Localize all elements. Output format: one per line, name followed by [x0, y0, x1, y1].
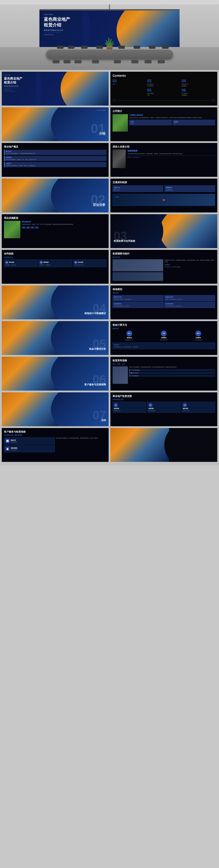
- stat-1: 10+ 年经验: [129, 120, 172, 125]
- spokesperson-body: 演讲人负责介绍商业地产的各项情况，包括物业概况、租赁政策、合同条款等详细内容说明…: [128, 153, 215, 155]
- cnt-num-2: 02: [147, 79, 181, 83]
- slide-rental-period: 租赁期限与租约 政策与条款 租赁期限一般为1-5年，可根据双方协商确定。租约内容…: [110, 250, 217, 284]
- traffic-map-area: 位置图示: [113, 194, 215, 206]
- slide-rc-inner: 租金计算方法 租金标准 01 基础租金 按建筑面积计算 02 管理费用 按实际面…: [110, 321, 217, 355]
- spokesperson-title: 演讲人负责介绍: [113, 145, 215, 148]
- venue-subtitle: 规划方案: [113, 292, 215, 294]
- cnt-num-6: 06: [182, 88, 215, 93]
- screen-main-title: 蓝色商业地产租赁介绍: [44, 17, 70, 28]
- map-marker: [163, 199, 165, 201]
- slide-ca-inner: 商业地产租赁优势 租赁效果及五种 01 地理优势 优越地段位置 02 品牌优势 …: [110, 392, 217, 426]
- slide-row-4: 02 区位分析 交通便利程度 交通工具 地铁、公交: [2, 179, 217, 213]
- rp-policy-title: 优惠政策: [164, 264, 215, 266]
- slide-section-01-inner: 01 介绍 商业地产租赁服务: [2, 107, 109, 141]
- biz-item-3-title: 主要客户: [6, 163, 105, 165]
- slide-commercial-adv: 商业地产租赁优势 租赁效果及五种 01 地理优势 优越地段位置 02 品牌优势 …: [110, 392, 217, 426]
- cf-icons: 📊 数据分析 定期数据报告 📋 满意度调查 持续改进服务: [4, 437, 55, 452]
- contents-item-2: 02 参与者简介及经营情况: [147, 79, 181, 87]
- rci-1-title: 基础租金: [113, 337, 146, 339]
- traffic-item-2-title: 商圈距离: [166, 187, 214, 189]
- contents-row-indicators: 01 03: [113, 98, 215, 102]
- stat-1-label: 年经验: [131, 123, 170, 124]
- rp-subtitle: 政策与条款: [113, 256, 215, 258]
- slide-cf-inner: 客户服务与租赁指南 信息服务与客户满意度调查 📊 数据分析 定期数据报告 📋: [2, 428, 109, 462]
- vi-3-desc: 完善的基础设施配置，开箱即用: [114, 305, 163, 307]
- vi-4-desc: 符合消防安全规范，确保运营安全: [165, 305, 214, 307]
- chair-3: [75, 60, 81, 63]
- biz-item-1-title: 商业地产: [6, 150, 105, 153]
- slide-row-8: 05 租金与费用分析 租金计算方法 租金标准 01 基础租金 按建筑面积计算 0…: [2, 321, 217, 355]
- cf-icon-1: 📊 数据分析 定期数据报告: [4, 437, 55, 444]
- slide-row-10: 07 总结 商业地产租赁优势 租赁效果及五种 01 地理优势 优越地段位置 02: [2, 392, 217, 426]
- vi-2-desc: 按照统一装修标准执行，保证品质: [165, 299, 214, 300]
- slide-row-5: 周边设施配套 周边设施分析 周边配套设施完善，包括商业、餐饮、交通、医疗等各类设…: [2, 214, 217, 248]
- plant-leaves: [105, 35, 114, 46]
- supporting-subtitle: 周边设施分析: [22, 221, 106, 223]
- ci-1-header: 01 基本条款: [5, 261, 36, 264]
- plant-pot: [106, 46, 113, 50]
- rp-content: 租赁期限一般为1-5年，可根据双方协商确定。租约内容包括租金、押金、使用条件等详…: [113, 259, 215, 281]
- rci-1-circle: 01: [127, 331, 132, 336]
- biz-item-2: 租赁服务 提供全方位租赁服务，包括选址、设计、装修、运营等各个环节: [4, 156, 106, 161]
- traffic-map: 位置图示: [113, 194, 215, 206]
- slide-sec02-inner: 02 区位分析: [2, 179, 109, 213]
- ca-desc-2: 知名品牌背书: [148, 410, 180, 411]
- slide-spokesperson-inner: 演讲人负责介绍 贸易和股票 演讲人负责介绍商业地产的各项情况，包括物业概况、租赁…: [110, 143, 217, 177]
- cf-icon-2-desc: 持续改进服务: [11, 449, 17, 451]
- slide-section-02: 02 区位分析: [2, 179, 109, 213]
- spokesperson-info: 贸易和股票 演讲人负责介绍商业地产的各项情况，包括物业概况、租赁政策、合同条款等…: [128, 150, 215, 168]
- company-text-area: 公司概况与发展历程 公司简介文字内容，介绍公司的基本情况、发展历史、主要业务方向…: [129, 114, 215, 132]
- sec05-text: 05 租金与费用分析: [89, 338, 106, 351]
- biz-item-3-desc: 主要服务于各类商业企业，包括零售、餐饮、办公等多种业态: [6, 165, 105, 166]
- rci-3-circle: 03: [196, 331, 201, 336]
- supporting-tags: 商业 餐饮 交通 医疗: [22, 226, 106, 229]
- venue-item-2: 装修标准说明 按照统一装修标准执行，保证品质: [164, 295, 215, 301]
- contents-bottom: 01 03: [113, 98, 215, 102]
- ci-1-num: 01: [5, 261, 8, 264]
- venue-item-4: 安全消防要求 符合消防安全规范，确保运营安全: [164, 302, 215, 308]
- contract-item-1: 01 基本条款 租赁期限、租金标准等: [4, 259, 37, 267]
- chair-b3: [81, 46, 88, 49]
- cf-icon-2-text: 满意度调查 持续改进服务: [11, 447, 17, 451]
- ca-lbl-1: 地理优势: [114, 408, 145, 410]
- ci-3-num: 03: [74, 261, 77, 264]
- ag-step-1: 📞 24小时热线服务: [129, 369, 215, 371]
- cf-subtitle: 信息服务与客户满意度调查: [4, 434, 106, 436]
- screen-wave: [83, 10, 98, 51]
- cnt-lbl-3: 场地设计与装修建议: [182, 83, 215, 87]
- sec04-text: 04 场地设计与装修建议: [84, 302, 106, 315]
- slide-row-3: 商业地产概及 商业地产 商业地产主要包括购物中心、写字楼等各类商业物业类型介绍 …: [2, 143, 217, 177]
- rc-title: 租金计算方法: [113, 323, 215, 327]
- chair-1: [53, 60, 60, 63]
- contract-items: 01 基本条款 租赁期限、租金标准等 02 特殊条款 装修要求、使用限制等: [4, 259, 106, 267]
- cnt-num-1: 01: [113, 79, 146, 83]
- stat-2: 500+ 客户: [172, 120, 215, 125]
- contents-item-3: 04 场地设计与装修建议: [182, 79, 215, 87]
- rp-body: 租赁期限一般为1-5年，可根据双方协商确定。租约内容包括租金、押金、使用条件等详…: [164, 259, 215, 263]
- company-stats: 10+ 年经验 500+ 客户: [129, 120, 215, 125]
- ci-2-desc: 装修要求、使用限制等: [39, 264, 71, 266]
- stat-2-label: 客户: [174, 123, 214, 124]
- title-text-block: LOGO HERE 蓝色商业地产租赁介绍 商业地产租赁全方位介绍 szaimoh…: [4, 74, 22, 92]
- slide-supporting: 周边设施配套 周边设施分析 周边配套设施完善，包括商业、餐饮、交通、医疗等各类设…: [2, 214, 109, 248]
- contents-grid: 01 介绍 02 参与者简介及经营情况 04 场地设计与装修建议: [113, 79, 215, 96]
- supporting-body: 周边配套设施完善，包括商业、餐饮、交通、医疗等各类设施，为商业经营提供良好的基础…: [22, 224, 106, 225]
- contents-item-5: 05 租金与费用分析: [147, 88, 181, 96]
- ca-title: 商业地产租赁优势: [113, 395, 215, 398]
- ca-subtitle: 租赁效果及五种: [113, 399, 215, 401]
- rp-policy-body: 首年优惠8折，签约即享专属服务: [164, 266, 215, 268]
- slide-venue-planning: 场地规划 规划方案 功能分区方案 合理划分各功能区域，优化空间利用 装修标准说明…: [110, 285, 217, 319]
- ci-1-title: 基本条款: [9, 261, 14, 264]
- supporting-content: 周边设施分析 周边配套设施完善，包括商业、餐饮、交通、医疗等各类设施，为商业经营…: [4, 221, 106, 238]
- contents-item-4: [113, 88, 146, 96]
- rc-item-1: 01 基础租金 按建筑面积计算: [113, 331, 146, 341]
- biz-item-2-desc: 提供全方位租赁服务，包括选址、设计、装修、运营等各个环节: [6, 159, 105, 160]
- cf-icon-2-img: 📋: [5, 446, 10, 451]
- ag-text: 提供24小时客服热线，处理各类租赁异常情况。建立完善的应急响应机制，确保商业运营…: [129, 366, 215, 384]
- slides-grid: LOGO HERE 蓝色商业地产租赁介绍 商业地产租赁全方位介绍 szaimoh…: [0, 70, 219, 465]
- slide-title: LOGO HERE 蓝色商业地产租赁介绍 商业地产租赁全方位介绍 szaimoh…: [2, 72, 109, 105]
- spokesperson-divider: [128, 156, 215, 156]
- stat-2-val: 500+: [174, 121, 214, 123]
- company-content: 公司概况与发展历程 公司简介文字内容，介绍公司的基本情况、发展历史、主要业务方向…: [113, 114, 215, 132]
- title-author: speaker name and title: [4, 91, 22, 92]
